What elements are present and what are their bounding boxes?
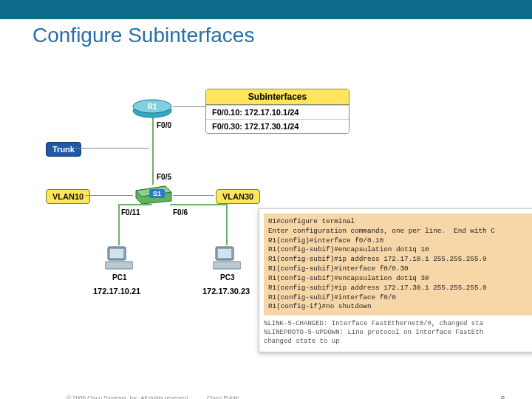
cli-syslog: %LINK-5-CHANGED: Interface FastEthernet0… bbox=[264, 320, 532, 346]
router-icon: R1 bbox=[132, 96, 173, 118]
top-blue-bar bbox=[0, 0, 532, 19]
link-s1-pc1-h bbox=[118, 204, 152, 205]
port-s1-pc3: F0/6 bbox=[173, 208, 188, 216]
pc3-label: PC3 bbox=[220, 273, 234, 282]
switch-label: S1 bbox=[149, 189, 165, 198]
pc3-ip: 172.17.30.23 bbox=[202, 287, 250, 296]
footer-copyright: © 2006 Cisco Systems, Inc. All rights re… bbox=[66, 395, 189, 399]
footer-page-number: 6 bbox=[500, 395, 505, 399]
vlan30-connector bbox=[173, 195, 214, 196]
port-r1: F0/0 bbox=[157, 121, 171, 129]
cli-line: R1(config)#interface f0/0.10 bbox=[268, 236, 383, 245]
link-s1-pc3-h bbox=[170, 204, 226, 205]
svg-rect-9 bbox=[218, 249, 231, 258]
pc3-icon bbox=[213, 245, 241, 270]
subif-connector bbox=[173, 106, 205, 107]
page-title: Configure Subinterfaces bbox=[0, 19, 532, 47]
diagram-canvas: Subinterfaces F0/0.10: 172.17.10.1/24 F0… bbox=[22, 74, 510, 369]
subinterface-row-2: F0/0.30: 172.17.30.1/24 bbox=[206, 119, 349, 133]
pc1-icon bbox=[105, 245, 133, 270]
cli-line: R1#configure terminal bbox=[268, 217, 355, 225]
cli-line: R1(config-subif)#interface f0/0.30 bbox=[268, 265, 409, 273]
svg-rect-10 bbox=[213, 262, 241, 269]
cli-sys-line: changed state to up bbox=[264, 338, 340, 345]
pc1-label: PC1 bbox=[112, 273, 126, 282]
trunk-connector bbox=[75, 148, 149, 149]
cli-sys-line: %LINK-5-CHANGED: Interface FastEthernet0… bbox=[264, 320, 483, 327]
cli-line: R1(config-subif)#encapsulation dot1q 10 bbox=[268, 245, 429, 253]
port-s1-pc1: F0/11 bbox=[121, 208, 140, 216]
trunk-badge: Trunk bbox=[46, 142, 81, 157]
link-s1-pc1-v bbox=[118, 204, 120, 245]
subinterfaces-header: Subinterfaces bbox=[206, 89, 349, 105]
subinterfaces-table: Subinterfaces F0/0.10: 172.17.10.1/24 F0… bbox=[205, 89, 349, 134]
svg-text:R1: R1 bbox=[148, 103, 157, 111]
vlan10-badge: VLAN10 bbox=[46, 189, 90, 204]
cli-body: R1#configure terminal Enter configuratio… bbox=[264, 214, 532, 316]
pc1-ip: 172.17.10.21 bbox=[93, 287, 140, 296]
cli-line: R1(config-if)#no shutdown bbox=[268, 302, 371, 310]
subinterface-row-1: F0/0.10: 172.17.10.1/24 bbox=[206, 105, 349, 119]
cli-line: R1(config-subif)#interface f0/0 bbox=[268, 293, 396, 301]
cli-line: Enter configuration commands, one per li… bbox=[268, 227, 495, 235]
link-s1-pc3-v bbox=[226, 204, 228, 245]
cli-sys-line: %LINEPROTO-5-UPDOWN: Line protocol on In… bbox=[264, 329, 483, 336]
svg-rect-7 bbox=[105, 262, 133, 269]
svg-rect-6 bbox=[110, 249, 123, 258]
cli-line: R1(config-subif)#encapsulation dot1q 30 bbox=[268, 274, 429, 282]
cli-line: R1(config-subif)#ip address 172.17.30.1 … bbox=[268, 284, 487, 292]
port-s1-up: F0/5 bbox=[157, 173, 171, 181]
link-r1-s1 bbox=[152, 117, 154, 185]
footer-classification: Cisco Public bbox=[207, 395, 239, 399]
vlan30-badge: VLAN30 bbox=[216, 189, 260, 204]
cli-line: R1(config-subif)#ip address 172.17.10.1 … bbox=[268, 255, 487, 263]
vlan10-connector bbox=[86, 195, 133, 196]
cli-terminal: R1#configure terminal Enter configuratio… bbox=[259, 208, 532, 352]
